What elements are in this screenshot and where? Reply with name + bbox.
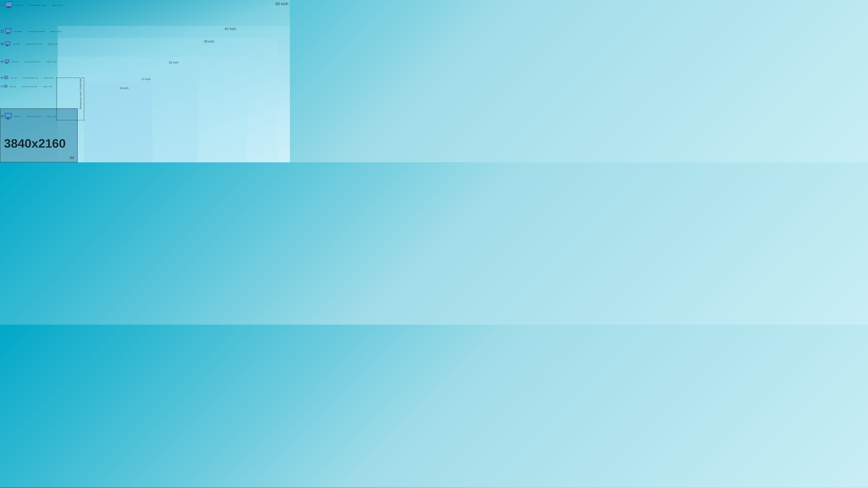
svg-rect-4: [6, 2, 12, 6]
row-1-text: Arial 13.07pt Times New Roman 13.07pt Se…: [15, 5, 68, 6]
monitor-icon-large-2: [5, 28, 12, 34]
svg-rect-11: [6, 29, 11, 32]
rect-24inch: [84, 82, 153, 162]
svg-rect-37: [2, 117, 2, 118]
monitor-icon-large-4: [4, 60, 10, 64]
svg-rect-9: [1, 32, 3, 33]
monitor-row-6: Arial 6.6pt Times New Roman 6.5pt Segoe …: [0, 85, 58, 88]
row-6-text: Arial 6.6pt Times New Roman 6.5pt Segoe …: [9, 86, 58, 87]
label-visual-field: Визуальное поле / Visual Field: [79, 78, 82, 109]
svg-rect-19: [7, 45, 8, 45]
svg-rect-7: [1, 30, 4, 32]
svg-rect-40: [7, 118, 9, 119]
svg-rect-33: [1, 86, 3, 87]
svg-rect-15: [2, 44, 2, 45]
label-38inch: 38 inch: [204, 40, 214, 43]
monitor-row-4: Arial 8.57pt Times New Roman 8.17pt Sego…: [0, 60, 62, 64]
svg-rect-31: [4, 76, 8, 78]
svg-rect-14: [1, 43, 3, 44]
monitor-row-2: Arial 10.98pt Times New Roman 10.98pt Se…: [0, 28, 67, 34]
svg-rect-25: [5, 60, 8, 62]
monitor-row-3: Arial 9.99pt Times New Roman 9.17pt Sego…: [0, 41, 63, 46]
svg-rect-2: [1, 6, 3, 6]
svg-rect-13: [6, 33, 9, 34]
monitor-icon-large-6: [4, 85, 8, 88]
monitor-icon-small-4: [1, 61, 4, 63]
svg-rect-18: [5, 42, 10, 45]
label-24inch: 24 inch: [120, 87, 129, 90]
svg-rect-39: [5, 113, 11, 118]
main-background: 50 inch 42 inch 38 inch 32 inch 27 inch …: [0, 0, 290, 162]
monitor-row-1: Arial 13.07pt Times New Roman 13.07pt Se…: [0, 2, 68, 9]
label-a4: A4: [70, 156, 74, 160]
monitor-row-5: Arial 7.3pt Times New Roman 7.1pt Segoe …: [0, 76, 59, 80]
resolution-label: 3840x2160: [4, 136, 66, 151]
svg-rect-41: [6, 119, 10, 119]
monitor-icon-small-6: [1, 86, 3, 88]
svg-rect-6: [6, 7, 10, 8]
monitor-icon-large-1: [5, 2, 13, 9]
monitor-icon-large-3: [5, 41, 11, 46]
svg-rect-8: [2, 32, 3, 32]
row-3-text: Arial 9.99pt Times New Roman 9.17pt Sego…: [13, 43, 63, 45]
svg-rect-26: [6, 62, 7, 63]
svg-rect-0: [1, 4, 4, 6]
svg-rect-35: [4, 85, 7, 87]
row-5-text: Arial 7.3pt Times New Roman 7.1pt Segoe …: [10, 77, 59, 78]
label-32inch: 32 inch: [169, 61, 178, 64]
label-50inch: 50 inch: [276, 2, 288, 6]
monitor-icon-small-7: [1, 115, 4, 118]
monitor-icon-large-7: [5, 113, 13, 120]
row-2-text: Arial 10.98pt Times New Roman 10.98pt Se…: [14, 31, 67, 32]
svg-rect-21: [1, 61, 3, 62]
monitor-icon-small-5: [1, 77, 3, 79]
monitor-icon-large-5: [4, 76, 9, 80]
monitor-icon-small-2: [1, 30, 4, 33]
monitor-icon-small-3: [1, 43, 4, 45]
svg-rect-28: [1, 77, 3, 78]
svg-rect-12: [7, 33, 8, 33]
row-4-text: Arial 8.57pt Times New Roman 8.17pt Sego…: [11, 61, 62, 62]
svg-rect-22: [2, 62, 2, 62]
label-42inch: 42 inch: [224, 27, 236, 31]
monitor-row-7: Arial 12pt Times New Roman 12pt Segoe UI…: [0, 113, 62, 120]
svg-rect-5: [8, 6, 9, 7]
row-7-text: Arial 12pt Times New Roman 12pt Segoe UI…: [14, 116, 62, 117]
svg-rect-1: [2, 6, 3, 6]
svg-rect-36: [1, 115, 3, 117]
label-27inch: 27 inch: [142, 77, 151, 81]
svg-rect-23: [1, 62, 2, 63]
svg-rect-32: [5, 78, 6, 79]
monitor-icon-small-1: [1, 4, 4, 7]
svg-rect-27: [5, 63, 8, 63]
svg-rect-20: [6, 45, 9, 46]
